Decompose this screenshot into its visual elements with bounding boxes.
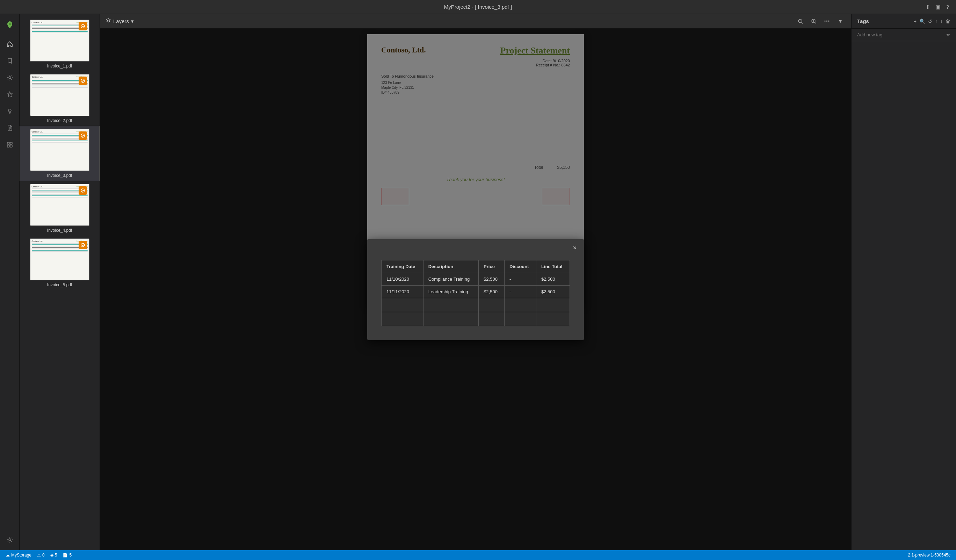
- layers-dropdown[interactable]: Layers ▾: [105, 18, 134, 24]
- zoom-in-button[interactable]: [808, 16, 819, 27]
- svg-point-12: [81, 243, 85, 247]
- gear-icon[interactable]: [2, 532, 17, 547]
- col-header-discount: Discount: [504, 260, 536, 273]
- file-thumbnail-invoice4: Contoso, Ltd. Project Statement: [30, 184, 90, 226]
- add-tag-input[interactable]: [857, 32, 944, 38]
- svg-rect-3: [7, 142, 9, 145]
- data-table-modal: × Training Date Description Price Discou…: [367, 239, 584, 340]
- row2-line-total: $2,500: [536, 285, 569, 298]
- svg-point-7: [9, 539, 11, 541]
- title-bar-actions: ⬆ ▣ ?: [926, 4, 949, 10]
- col-header-training-date: Training Date: [382, 260, 423, 273]
- home-icon[interactable]: [2, 36, 17, 52]
- layers-icon: [105, 18, 111, 24]
- tag-edit-icon: ✏: [947, 32, 950, 38]
- pin-icon[interactable]: [2, 87, 17, 102]
- docs-icon: 📄: [63, 553, 68, 558]
- activity-bar-bottom: [2, 532, 17, 547]
- layers-count-icon: ◈: [50, 553, 53, 558]
- share-icon[interactable]: ⬆: [926, 4, 930, 10]
- file-badge-invoice5: [79, 241, 87, 249]
- more-options-button[interactable]: •••: [822, 16, 832, 27]
- file-name-invoice2: Invoice_2.pdf: [47, 118, 72, 123]
- svg-point-0: [9, 23, 11, 25]
- file-thumbnail-invoice5: Contoso, Ltd. Project Statement: [30, 238, 90, 280]
- file-item-invoice2[interactable]: Contoso, Ltd. Project Statement: [20, 71, 99, 126]
- version-status: 2.1-preview.1-530545c: [908, 553, 950, 558]
- window-title: MyProject2 - [ Invoice_3.pdf ]: [444, 4, 512, 10]
- svg-point-11: [81, 189, 85, 192]
- file-item-invoice4[interactable]: Contoso, Ltd. Project Statement: [20, 181, 99, 236]
- file-item-invoice1[interactable]: Contoso, Ltd. Project Statement: [20, 17, 99, 71]
- file-thumbnail-invoice3: Contoso, Ltd. Project Statement: [30, 129, 90, 171]
- doc-icon[interactable]: [2, 120, 17, 135]
- modal-overlay: × Training Date Description Price Discou…: [100, 29, 851, 550]
- docs-status: 📄 5: [63, 553, 72, 558]
- modal-close-button[interactable]: ×: [570, 243, 580, 253]
- svg-rect-4: [10, 142, 12, 145]
- bookmark-icon[interactable]: [2, 53, 17, 69]
- pdf-viewer: Contoso, Ltd. Project Statement Date: 9/…: [100, 29, 851, 550]
- col-header-line-total: Line Total: [536, 260, 569, 273]
- delete-tag-button[interactable]: 🗑: [945, 19, 950, 24]
- file-item-invoice5[interactable]: Contoso, Ltd. Project Statement: [20, 236, 99, 290]
- table-row-3: [382, 298, 570, 312]
- storage-status: ☁ MyStorage: [6, 553, 31, 558]
- file-name-invoice5: Invoice_5.pdf: [47, 282, 72, 287]
- help-icon[interactable]: ?: [946, 4, 949, 10]
- move-up-button[interactable]: ↑: [935, 19, 937, 24]
- search-tag-button[interactable]: 🔍: [919, 19, 925, 24]
- title-bar: MyProject2 - [ Invoice_3.pdf ] ⬆ ▣ ?: [0, 0, 956, 14]
- activity-bar: [0, 14, 20, 550]
- svg-point-9: [81, 79, 85, 82]
- storage-icon: ☁: [6, 553, 10, 558]
- row1-date: 11/10/2020: [382, 273, 423, 285]
- tags-panel: Tags + 🔍 ↺ ↑ ↓ 🗑 ✏: [851, 14, 956, 550]
- warning-count: 0: [42, 553, 45, 558]
- file-thumbnail-invoice2: Contoso, Ltd. Project Statement: [30, 74, 90, 116]
- svg-point-1: [9, 77, 11, 79]
- row2-date: 11/11/2020: [382, 285, 423, 298]
- file-item-invoice3[interactable]: Contoso, Ltd. Project Statement: [20, 126, 99, 181]
- svg-rect-6: [10, 145, 12, 147]
- file-thumbnail-invoice1: Contoso, Ltd. Project Statement: [30, 20, 90, 61]
- status-bar: ☁ MyStorage ⚠ 0 ◈ 5 📄 5 2.1-preview.1-53…: [0, 550, 956, 560]
- bulb-icon[interactable]: [2, 104, 17, 119]
- row2-discount: -: [504, 285, 536, 298]
- row1-description: Compliance Training: [423, 273, 478, 285]
- refresh-tag-button[interactable]: ↺: [928, 19, 932, 24]
- table-row-4: [382, 312, 570, 326]
- tags-add-input: ✏: [852, 29, 956, 41]
- layers-status: ◈ 5: [50, 553, 57, 558]
- file-name-invoice1: Invoice_1.pdf: [47, 64, 72, 69]
- zoom-out-button[interactable]: [795, 16, 806, 27]
- col-header-price: Price: [479, 260, 505, 273]
- svg-point-10: [81, 134, 85, 137]
- plugin-icon[interactable]: [2, 137, 17, 153]
- file-badge-invoice2: [79, 77, 87, 85]
- warning-status: ⚠ 0: [37, 553, 45, 558]
- main-layout: Contoso, Ltd. Project Statement: [0, 14, 956, 550]
- logo-icon[interactable]: [2, 17, 17, 32]
- tags-actions: + 🔍 ↺ ↑ ↓ 🗑: [914, 19, 950, 24]
- file-name-invoice4: Invoice_4.pdf: [47, 228, 72, 233]
- file-badge-invoice3: [79, 131, 87, 140]
- layout-icon[interactable]: ▣: [936, 4, 940, 10]
- add-tag-button[interactable]: +: [914, 19, 917, 24]
- layers-label: Layers: [113, 18, 129, 24]
- svg-point-2: [8, 109, 11, 112]
- file-name-invoice3: Invoice_3.pdf: [47, 173, 72, 178]
- move-down-button[interactable]: ↓: [940, 19, 943, 24]
- content-area: Layers ▾ ••• ▾: [100, 14, 851, 550]
- layers-count: 5: [55, 553, 57, 558]
- modal-table: Training Date Description Price Discount…: [381, 260, 570, 326]
- gear2-icon[interactable]: [2, 70, 17, 85]
- modal-table-wrapper: Training Date Description Price Discount…: [367, 239, 584, 340]
- chevron-down-button[interactable]: ▾: [835, 16, 846, 27]
- svg-point-8: [81, 24, 85, 28]
- row2-description: Leadership Training: [423, 285, 478, 298]
- chevron-down-icon: ▾: [131, 18, 134, 24]
- row1-discount: -: [504, 273, 536, 285]
- row1-line-total: $2,500: [536, 273, 569, 285]
- file-badge-invoice4: [79, 186, 87, 195]
